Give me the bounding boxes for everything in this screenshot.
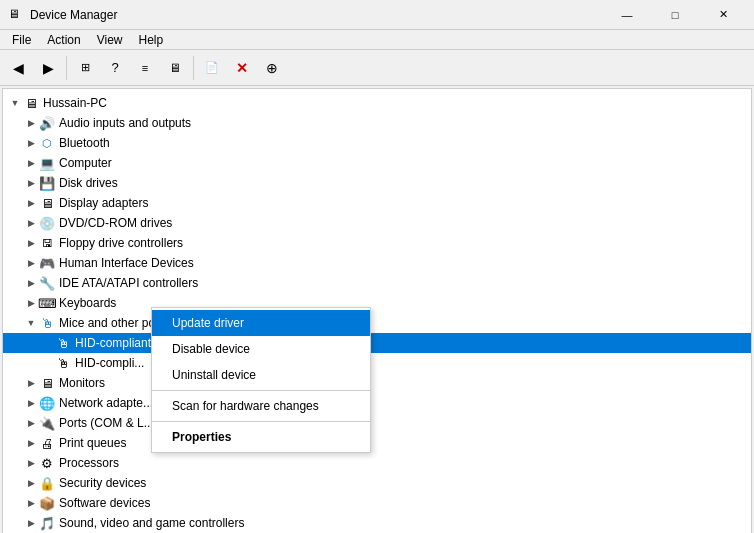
- menu-view[interactable]: View: [89, 31, 131, 49]
- processors-label: Processors: [59, 456, 119, 470]
- main-area: ▼ 🖥 Hussain-PC ▶ 🔊 Audio inputs and outp…: [2, 88, 752, 533]
- tree-dvd[interactable]: ▶ 💿 DVD/CD-ROM drives: [3, 213, 751, 233]
- ctx-disable-device[interactable]: Disable device: [152, 336, 370, 362]
- tree-print[interactable]: ▶ 🖨 Print queues: [3, 433, 751, 453]
- device-tree[interactable]: ▼ 🖥 Hussain-PC ▶ 🔊 Audio inputs and outp…: [3, 89, 751, 533]
- sound-icon: 🎵: [39, 515, 55, 531]
- tree-ports[interactable]: ▶ 🔌 Ports (COM & L...: [3, 413, 751, 433]
- expand-sound[interactable]: ▶: [23, 515, 39, 531]
- disk-label: Disk drives: [59, 176, 118, 190]
- expand-root[interactable]: ▼: [7, 95, 23, 111]
- hid-mouse-2-icon: 🖱: [55, 355, 71, 371]
- bluetooth-label: Bluetooth: [59, 136, 110, 150]
- ctx-scan[interactable]: Scan for hardware changes: [152, 393, 370, 419]
- expand-security[interactable]: ▶: [23, 475, 39, 491]
- network-label: Network adapte...: [59, 396, 153, 410]
- root-label: Hussain-PC: [43, 96, 107, 110]
- menu-bar: File Action View Help: [0, 30, 754, 50]
- tree-disk[interactable]: ▶ 💾 Disk drives: [3, 173, 751, 193]
- toolbar-back[interactable]: ◀: [4, 54, 32, 82]
- tree-keyboards[interactable]: ▶ ⌨ Keyboards: [3, 293, 751, 313]
- tree-processors[interactable]: ▶ ⚙ Processors: [3, 453, 751, 473]
- tree-hid-mouse-2[interactable]: 🖱 HID-compli...: [3, 353, 751, 373]
- disk-icon: 💾: [39, 175, 55, 191]
- hid-mouse-2-label: HID-compli...: [75, 356, 144, 370]
- tree-ide[interactable]: ▶ 🔧 IDE ATA/ATAPI controllers: [3, 273, 751, 293]
- tree-network[interactable]: ▶ 🌐 Network adapte...: [3, 393, 751, 413]
- processors-icon: ⚙: [39, 455, 55, 471]
- tree-root[interactable]: ▼ 🖥 Hussain-PC: [3, 93, 751, 113]
- window-title: Device Manager: [30, 8, 117, 22]
- expand-floppy[interactable]: ▶: [23, 235, 39, 251]
- tree-bluetooth[interactable]: ▶ ⬡ Bluetooth: [3, 133, 751, 153]
- toolbar-forward[interactable]: ▶: [34, 54, 62, 82]
- expand-ide[interactable]: ▶: [23, 275, 39, 291]
- ctx-update-driver[interactable]: Update driver: [152, 310, 370, 336]
- security-label: Security devices: [59, 476, 146, 490]
- expand-audio[interactable]: ▶: [23, 115, 39, 131]
- tree-software[interactable]: ▶ 📦 Software devices: [3, 493, 751, 513]
- tree-audio[interactable]: ▶ 🔊 Audio inputs and outputs: [3, 113, 751, 133]
- expand-dvd[interactable]: ▶: [23, 215, 39, 231]
- expand-computer[interactable]: ▶: [23, 155, 39, 171]
- close-button[interactable]: ✕: [700, 0, 746, 30]
- toolbar-list[interactable]: ≡: [131, 54, 159, 82]
- security-icon: 🔒: [39, 475, 55, 491]
- expand-print[interactable]: ▶: [23, 435, 39, 451]
- window-controls: — □ ✕: [604, 0, 746, 30]
- expand-hid[interactable]: ▶: [23, 255, 39, 271]
- print-label: Print queues: [59, 436, 126, 450]
- tree-floppy[interactable]: ▶ 🖫 Floppy drive controllers: [3, 233, 751, 253]
- menu-help[interactable]: Help: [131, 31, 172, 49]
- expand-monitors[interactable]: ▶: [23, 375, 39, 391]
- display-label: Display adapters: [59, 196, 148, 210]
- toolbar-add[interactable]: 📄: [198, 54, 226, 82]
- expand-network[interactable]: ▶: [23, 395, 39, 411]
- app-icon: 🖥: [8, 7, 24, 23]
- ctx-uninstall-device[interactable]: Uninstall device: [152, 362, 370, 388]
- expand-disk[interactable]: ▶: [23, 175, 39, 191]
- ctx-properties[interactable]: Properties: [152, 424, 370, 450]
- expand-ports[interactable]: ▶: [23, 415, 39, 431]
- dvd-label: DVD/CD-ROM drives: [59, 216, 172, 230]
- tree-security[interactable]: ▶ 🔒 Security devices: [3, 473, 751, 493]
- hid-label: Human Interface Devices: [59, 256, 194, 270]
- hid-mouse-1-icon: 🖱: [55, 335, 71, 351]
- minimize-button[interactable]: —: [604, 0, 650, 30]
- tree-mice[interactable]: ▼ 🖱 Mice and other pointing devices: [3, 313, 751, 333]
- toolbar-remove[interactable]: ✕: [228, 54, 256, 82]
- ide-icon: 🔧: [39, 275, 55, 291]
- expand-processors[interactable]: ▶: [23, 455, 39, 471]
- software-label: Software devices: [59, 496, 150, 510]
- toolbar-properties[interactable]: ⊞: [71, 54, 99, 82]
- tree-display[interactable]: ▶ 🖥 Display adapters: [3, 193, 751, 213]
- expand-bluetooth[interactable]: ▶: [23, 135, 39, 151]
- menu-action[interactable]: Action: [39, 31, 88, 49]
- computer-icon: 💻: [39, 155, 55, 171]
- maximize-button[interactable]: □: [652, 0, 698, 30]
- ctx-sep-2: [152, 421, 370, 422]
- menu-file[interactable]: File: [4, 31, 39, 49]
- tree-monitors[interactable]: ▶ 🖥 Monitors: [3, 373, 751, 393]
- tree-hid-mouse-1[interactable]: 🖱 HID-compliant mouse: [3, 333, 751, 353]
- software-icon: 📦: [39, 495, 55, 511]
- tree-hid[interactable]: ▶ 🎮 Human Interface Devices: [3, 253, 751, 273]
- audio-label: Audio inputs and outputs: [59, 116, 191, 130]
- expand-display[interactable]: ▶: [23, 195, 39, 211]
- monitors-label: Monitors: [59, 376, 105, 390]
- monitors-icon: 🖥: [39, 375, 55, 391]
- context-menu: Update driver Disable device Uninstall d…: [151, 307, 371, 453]
- toolbar-sep-1: [66, 56, 67, 80]
- tree-sound[interactable]: ▶ 🎵 Sound, video and game controllers: [3, 513, 751, 533]
- keyboard-icon: ⌨: [39, 295, 55, 311]
- expand-hid-mouse-1: [39, 335, 55, 351]
- expand-mice[interactable]: ▼: [23, 315, 39, 331]
- ide-label: IDE ATA/ATAPI controllers: [59, 276, 198, 290]
- toolbar-scan[interactable]: ⊕: [258, 54, 286, 82]
- expand-hid-mouse-2: [39, 355, 55, 371]
- tree-computer[interactable]: ▶ 💻 Computer: [3, 153, 751, 173]
- toolbar-display[interactable]: 🖥: [161, 54, 189, 82]
- expand-software[interactable]: ▶: [23, 495, 39, 511]
- title-bar: 🖥 Device Manager — □ ✕: [0, 0, 754, 30]
- toolbar-help[interactable]: ?: [101, 54, 129, 82]
